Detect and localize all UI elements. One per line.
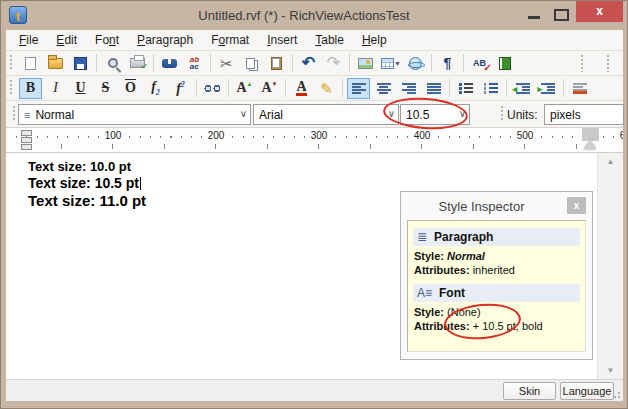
menu-file[interactable]: File xyxy=(10,31,47,49)
numbering-icon[interactable] xyxy=(479,78,502,99)
subscript-icon[interactable]: f2 xyxy=(144,78,167,99)
menu-help[interactable]: Help xyxy=(353,31,396,49)
align-center-icon[interactable] xyxy=(372,78,395,99)
left-indent-marker[interactable] xyxy=(21,137,32,143)
close-icon[interactable]: x xyxy=(567,197,586,214)
vertical-scrollbar[interactable]: ▲ ▼ xyxy=(597,153,623,379)
print-icon[interactable] xyxy=(126,53,149,74)
language-button[interactable]: Language xyxy=(560,382,614,400)
superscript-icon[interactable]: f2 xyxy=(169,78,192,99)
menu-insert[interactable]: Insert xyxy=(258,31,306,49)
maximize-icon[interactable] xyxy=(554,9,569,21)
toolbar-separator xyxy=(210,54,211,72)
document-line[interactable]: Text size: 10.5 pt xyxy=(28,175,146,192)
undo-icon[interactable]: ↶ xyxy=(297,53,320,74)
toolbar-standard-icons: abac✂↶↷▾¶AB✓ xyxy=(18,53,517,74)
units-combo[interactable]: pixels xyxy=(544,104,624,125)
shrink-font-icon[interactable]: A▼ xyxy=(258,78,281,99)
replace-icon[interactable]: abac xyxy=(183,53,206,74)
toolbar-grip[interactable] xyxy=(13,106,16,122)
toolbar-grip[interactable] xyxy=(10,80,13,96)
toolbar-grip[interactable] xyxy=(501,106,504,122)
close-icon[interactable]: x xyxy=(576,1,623,22)
grow-font-icon[interactable]: A▲ xyxy=(233,78,256,99)
insert-table-icon[interactable]: ▾ xyxy=(379,53,402,74)
app-window: Untitled.rvf (*) - RichViewActionsTest x… xyxy=(0,0,628,409)
right-indent-marker[interactable] xyxy=(584,141,596,149)
ruler-label: 400 xyxy=(409,130,435,141)
thesaurus-icon[interactable] xyxy=(493,53,516,74)
paragraph-style-icon: ≡ xyxy=(24,109,30,121)
find-icon[interactable] xyxy=(158,53,181,74)
decrease-indent-icon[interactable]: ◂ xyxy=(511,78,534,99)
align-right-icon[interactable] xyxy=(397,78,420,99)
toolbar-standard: abac✂↶↷▾¶AB✓ xyxy=(6,51,623,76)
scroll-up-icon[interactable]: ▲ xyxy=(598,153,623,170)
menu-format[interactable]: Format xyxy=(202,31,258,49)
font-color-icon[interactable]: A xyxy=(290,78,313,99)
paragraph-color-icon[interactable] xyxy=(568,78,591,99)
font-section-header: A≡ Font xyxy=(413,284,580,302)
toolbar-grip[interactable] xyxy=(607,55,610,72)
paragraph-section-header: ≣ Paragraph xyxy=(413,228,580,246)
toolbar-grip[interactable] xyxy=(10,55,13,71)
paragraph-marks-icon[interactable]: ¶ xyxy=(436,53,459,74)
document-text: Text size: 10.0 ptText size: 10.5 ptText… xyxy=(28,159,146,210)
highlight-icon[interactable]: ✎ xyxy=(315,78,338,99)
horizontal-ruler: 100200300400500600 xyxy=(6,128,623,153)
toolbar-grip[interactable] xyxy=(581,55,584,72)
bold-icon[interactable]: B xyxy=(19,78,42,99)
menu-bar: FileEditFontParagraphFormatInsertTableHe… xyxy=(6,30,623,51)
menu-edit[interactable]: Edit xyxy=(47,31,86,49)
align-justify-icon[interactable] xyxy=(422,78,445,99)
paragraph-attributes-value: inherited xyxy=(473,264,515,276)
copy-icon[interactable] xyxy=(240,53,263,74)
document-line[interactable]: Text size: 10.0 pt xyxy=(28,159,146,175)
status-bar: Skin Language xyxy=(6,379,623,401)
menu-table[interactable]: Table xyxy=(306,31,353,49)
paste-icon[interactable] xyxy=(265,53,288,74)
strikethrough-icon[interactable]: S xyxy=(94,78,117,99)
align-left-icon[interactable] xyxy=(347,78,370,99)
toolbar-separator xyxy=(463,54,464,72)
toolbar-separator xyxy=(96,54,97,72)
menu-font[interactable]: Font xyxy=(86,31,128,49)
document-line-text: Text size: 10.5 pt xyxy=(28,175,139,191)
spellcheck-icon[interactable]: AB✓ xyxy=(468,53,491,74)
minimize-icon[interactable] xyxy=(528,16,540,19)
style-combo[interactable]: ≡ Normal ∨ xyxy=(18,104,251,125)
new-document-icon[interactable] xyxy=(19,53,42,74)
paragraph-style-row: Style: Normal xyxy=(408,249,585,263)
increase-indent-icon[interactable]: ▸ xyxy=(536,78,559,99)
title-bar[interactable]: Untitled.rvf (*) - RichViewActionsTest x xyxy=(1,1,627,30)
paragraph-attributes-row: Attributes: inherited xyxy=(408,263,585,277)
cut-icon[interactable]: ✂ xyxy=(215,53,238,74)
menu-paragraph[interactable]: Paragraph xyxy=(128,31,202,49)
underline-icon[interactable]: U xyxy=(69,78,92,99)
save-icon[interactable] xyxy=(69,53,92,74)
chevron-down-icon[interactable]: ∨ xyxy=(240,108,247,119)
skin-button[interactable]: Skin xyxy=(503,382,556,400)
ruler-label: 200 xyxy=(203,130,229,141)
toolbar-separator xyxy=(349,54,350,72)
first-line-indent-marker[interactable] xyxy=(21,130,32,136)
document-line[interactable]: Text size: 11.0 pt xyxy=(28,192,146,210)
hyperlink-icon[interactable] xyxy=(404,53,427,74)
toolbar-separator xyxy=(285,79,286,97)
app-icon xyxy=(9,6,27,24)
document-line-text: Text size: 11.0 pt xyxy=(28,192,146,209)
overline-icon[interactable]: O xyxy=(119,78,142,99)
style-combo-value: Normal xyxy=(35,108,74,122)
resize-grip[interactable] xyxy=(610,388,620,398)
italic-icon[interactable]: I xyxy=(44,78,67,99)
bullets-icon[interactable] xyxy=(454,78,477,99)
open-icon[interactable] xyxy=(44,53,67,74)
left-margin-marker[interactable] xyxy=(21,144,32,150)
print-preview-icon[interactable] xyxy=(101,53,124,74)
scroll-down-icon[interactable]: ▼ xyxy=(598,362,623,379)
redo-icon[interactable]: ↷ xyxy=(322,53,345,74)
insert-image-icon[interactable] xyxy=(354,53,377,74)
character-spacing-icon[interactable] xyxy=(201,78,224,99)
font-combo-value: Arial xyxy=(259,108,283,122)
font-combo[interactable]: Arial ∨ xyxy=(253,104,399,125)
